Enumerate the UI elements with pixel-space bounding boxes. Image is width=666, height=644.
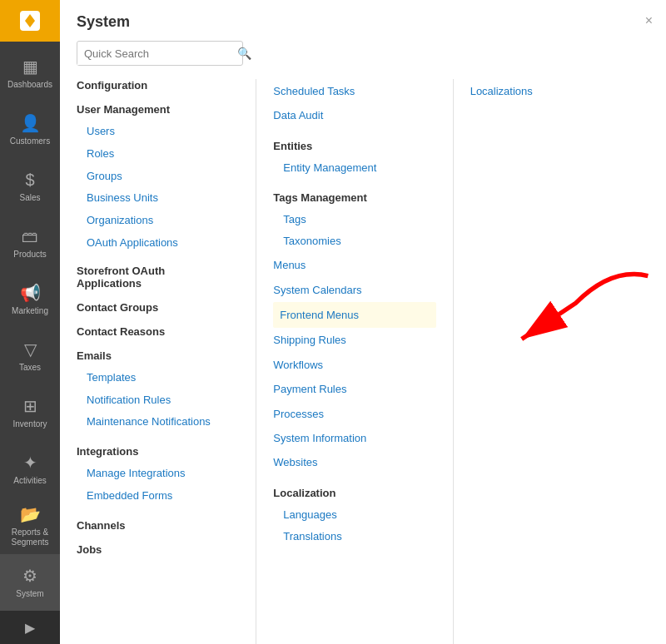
menu-item-taxonomies[interactable]: Taxonomies xyxy=(273,230,435,253)
panel-header: System xyxy=(77,13,649,31)
menu-item-scheduled-tasks[interactable]: Scheduled Tasks xyxy=(273,79,435,103)
section-contact-reasons: Contact Reasons xyxy=(77,325,239,338)
column-3: Localizations xyxy=(454,79,649,644)
sidebar: ▦ Dashboards 👤 Customers $ Sales 🗃 Produ… xyxy=(0,0,60,644)
reports-icon: 📂 xyxy=(20,504,41,524)
search-icon: 🔍 xyxy=(231,42,258,65)
sidebar-item-system[interactable]: ⚙ System xyxy=(0,554,60,611)
sidebar-item-label: Marketing xyxy=(12,306,48,316)
section-storefront-oauth: Storefront OAuthApplications xyxy=(77,265,239,290)
menu-item-system-calendars[interactable]: System Calendars xyxy=(273,278,435,302)
menu-item-embedded-forms[interactable]: Embedded Forms xyxy=(77,485,239,508)
menu-item-roles[interactable]: Roles xyxy=(77,143,239,166)
menu-item-languages[interactable]: Languages xyxy=(273,504,435,527)
dashboards-icon: ▦ xyxy=(22,57,38,77)
menu-item-menus[interactable]: Menus xyxy=(273,253,435,277)
column-2: Scheduled Tasks Data Audit Entities Enti… xyxy=(256,79,453,644)
sidebar-item-taxes[interactable]: ▽ Taxes xyxy=(0,328,60,384)
section-tags-management: Tags Management xyxy=(273,191,435,204)
menu-item-frontend-menus[interactable]: Frontend Menus xyxy=(273,302,435,328)
menu-item-data-audit[interactable]: Data Audit xyxy=(273,103,435,127)
arrow-right-icon: ▶ xyxy=(25,620,35,636)
sidebar-item-label: Reports &Segments xyxy=(11,528,48,547)
system-icon: ⚙ xyxy=(22,566,37,586)
panel-title: System xyxy=(77,13,130,31)
column-1: Configuration User Management Users Role… xyxy=(77,79,256,644)
products-icon: 🗃 xyxy=(22,227,38,246)
sidebar-item-marketing[interactable]: 📢 Marketing xyxy=(0,271,60,328)
section-channels: Channels xyxy=(77,519,239,532)
sidebar-collapse-button[interactable]: ▶ xyxy=(0,611,60,644)
section-contact-groups: Contact Groups xyxy=(77,301,239,314)
sidebar-item-inventory[interactable]: ⊞ Inventory xyxy=(0,384,60,441)
section-configuration: Configuration xyxy=(77,79,239,92)
menu-item-business-units[interactable]: Business Units xyxy=(77,187,239,210)
search-bar: 🔍 xyxy=(77,41,243,66)
menu-item-websites[interactable]: Websites xyxy=(273,450,435,474)
menu-item-groups[interactable]: Groups xyxy=(77,166,239,188)
menu-item-translations[interactable]: Translations xyxy=(273,526,435,548)
menu-item-organizations[interactable]: Organizations xyxy=(77,210,239,232)
section-jobs: Jobs xyxy=(77,543,239,556)
sidebar-item-label: Inventory xyxy=(12,419,47,429)
menu-item-entity-management[interactable]: Entity Management xyxy=(273,157,435,180)
marketing-icon: 📢 xyxy=(20,283,41,303)
menu-item-localizations[interactable]: Localizations xyxy=(470,79,633,103)
section-entities: Entities xyxy=(273,140,435,152)
sidebar-item-label: Products xyxy=(13,250,46,260)
menu-item-oauth-applications[interactable]: OAuth Applications xyxy=(77,232,239,255)
system-panel: System × 🔍 Configuration User Management… xyxy=(60,0,666,644)
sidebar-item-reports[interactable]: 📂 Reports &Segments xyxy=(0,498,60,554)
sidebar-logo[interactable] xyxy=(0,0,60,42)
search-input[interactable] xyxy=(77,42,231,65)
sidebar-item-customers[interactable]: 👤 Customers xyxy=(0,102,60,158)
sidebar-item-label: Sales xyxy=(19,193,40,203)
menu-item-users[interactable]: Users xyxy=(77,121,239,143)
sidebar-item-label: Activities xyxy=(13,476,46,486)
sidebar-item-activities[interactable]: ✦ Activities xyxy=(0,441,60,498)
menu-item-system-information[interactable]: System Information xyxy=(273,426,435,450)
section-emails: Emails xyxy=(77,349,239,362)
taxes-icon: ▽ xyxy=(24,339,37,359)
menu-item-shipping-rules[interactable]: Shipping Rules xyxy=(273,328,435,352)
section-localization: Localization xyxy=(273,487,435,499)
sidebar-item-label: Customers xyxy=(10,136,50,146)
menu-item-notification-rules[interactable]: Notification Rules xyxy=(77,389,239,412)
menu-item-maintenance-notifications[interactable]: Maintenance Notifications xyxy=(77,411,239,433)
sales-icon: $ xyxy=(25,171,34,190)
sidebar-item-label: System xyxy=(16,589,43,599)
menu-item-tags[interactable]: Tags xyxy=(273,209,435,231)
sidebar-item-products[interactable]: 🗃 Products xyxy=(0,215,60,271)
sidebar-item-label: Dashboards xyxy=(7,80,52,90)
columns-container: Configuration User Management Users Role… xyxy=(77,79,649,644)
menu-item-processes[interactable]: Processes xyxy=(273,402,435,426)
menu-item-manage-integrations[interactable]: Manage Integrations xyxy=(77,463,239,485)
section-user-management: User Management xyxy=(77,103,239,116)
sidebar-item-sales[interactable]: $ Sales xyxy=(0,158,60,215)
main-content: System × 🔍 Configuration User Management… xyxy=(60,0,666,644)
sidebar-item-dashboards[interactable]: ▦ Dashboards xyxy=(0,45,60,102)
section-integrations: Integrations xyxy=(77,445,239,458)
inventory-icon: ⊞ xyxy=(23,396,37,416)
menu-item-payment-rules[interactable]: Payment Rules xyxy=(273,377,435,401)
menu-item-templates[interactable]: Templates xyxy=(77,367,239,389)
activities-icon: ✦ xyxy=(23,453,37,473)
close-button[interactable]: × xyxy=(645,13,653,28)
customers-icon: 👤 xyxy=(20,113,41,133)
sidebar-item-label: Taxes xyxy=(19,363,41,373)
menu-item-workflows[interactable]: Workflows xyxy=(273,353,435,377)
